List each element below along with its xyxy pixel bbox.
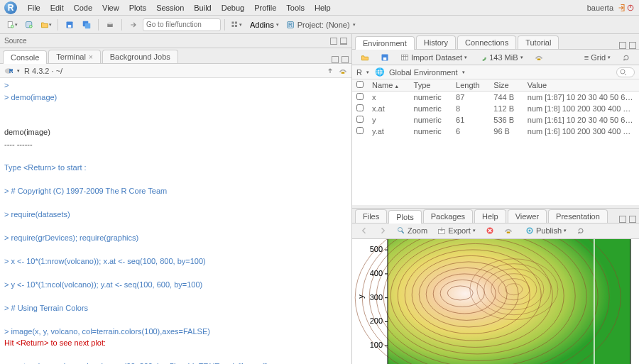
row-checkbox[interactable] [356, 127, 364, 134]
svg-text:R: R [288, 22, 293, 28]
tab-connections[interactable]: Connections [457, 35, 516, 49]
svg-rect-10 [109, 22, 112, 24]
svg-rect-28 [507, 232, 510, 233]
svg-text:200: 200 [370, 316, 383, 325]
menu-help[interactable]: Help [310, 4, 336, 12]
row-checkbox[interactable] [356, 104, 364, 111]
plot-toolbar: Zoom Export ▾ Publish ▾ [352, 224, 639, 239]
goto-button[interactable] [126, 18, 141, 32]
svg-point-30 [528, 230, 530, 232]
tab-console[interactable]: Console [3, 50, 47, 64]
row-checkbox[interactable] [356, 116, 364, 123]
menu-code[interactable]: Code [69, 4, 97, 12]
addins-dropdown[interactable]: Addins▾ [246, 21, 283, 29]
svg-text:400: 400 [370, 269, 383, 277]
tab-files[interactable]: Files [355, 209, 387, 223]
power-icon[interactable] [626, 4, 635, 12]
tab-terminal[interactable]: Terminal× [48, 50, 100, 63]
menu-view[interactable]: View [97, 4, 124, 12]
menu-plots[interactable]: Plots [124, 4, 151, 12]
clear-plots-button[interactable] [501, 226, 516, 236]
menu-build[interactable]: Build [189, 4, 216, 12]
tab-history[interactable]: History [416, 35, 456, 49]
menu-profile[interactable]: Profile [249, 4, 281, 12]
plots-min-icon[interactable] [619, 216, 626, 223]
view-mode-dropdown[interactable]: ≡ Grid ▾ [580, 53, 615, 62]
scope-dropdown[interactable]: Global Environment [389, 68, 458, 77]
project-dropdown[interactable]: R Project: (None)▾ [286, 21, 356, 29]
save-button[interactable] [62, 18, 77, 32]
svg-rect-19 [342, 72, 345, 73]
import-dataset-button[interactable]: Import Dataset ▾ [396, 53, 471, 62]
menu-debug[interactable]: Debug [217, 4, 249, 12]
tab-background-jobs[interactable]: Background Jobs [102, 50, 178, 63]
tab-viewer[interactable]: Viewer [508, 209, 547, 223]
save-workspace-button[interactable] [376, 53, 393, 62]
table-row[interactable]: xnumeric87744 Bnum [1:87] 10 20 30 40 50… [352, 92, 639, 104]
env-table: Name ▲TypeLengthSizeValue xnumeric87744 … [352, 79, 639, 205]
r-scope-label[interactable]: R [356, 68, 362, 77]
env-search-input[interactable] [616, 67, 635, 77]
tab-presentation[interactable]: Presentation [548, 209, 608, 223]
up-arrow-icon[interactable] [326, 67, 334, 75]
table-row[interactable]: y.atnumeric696 Bnum [1:6] 100 200 300 40… [352, 126, 639, 137]
table-row[interactable]: ynumeric61536 Bnum [1:61] 10 20 30 40 50… [352, 114, 639, 126]
close-icon[interactable]: × [89, 53, 93, 61]
svg-rect-12 [235, 21, 237, 23]
goto-input[interactable] [143, 18, 221, 31]
env-max-icon[interactable] [629, 42, 636, 49]
tab-environment[interactable]: Environment [355, 36, 415, 50]
menu-edit[interactable]: Edit [45, 4, 69, 12]
tab-help[interactable]: Help [474, 209, 506, 223]
env-toolbar: Import Dataset ▾ 143 MiB ▾ ≡ Grid ▾ [352, 50, 639, 65]
menu-tools[interactable]: Tools [281, 4, 310, 12]
remove-plot-button[interactable] [482, 226, 498, 236]
col-name[interactable]: Name ▲ [368, 79, 410, 92]
col-type[interactable]: Type [410, 79, 452, 92]
new-file-button[interactable]: ▾ [4, 18, 20, 32]
col-length[interactable]: Length [452, 79, 489, 92]
env-min-icon[interactable] [619, 42, 626, 49]
tab-plots[interactable]: Plots [388, 210, 421, 224]
menu-file[interactable]: File [23, 4, 45, 12]
clear-console-icon[interactable] [339, 67, 347, 75]
volcano-chart: Maunga Whau Volcano100200300400500600700… [354, 239, 638, 365]
grid-icon[interactable]: ▾ [229, 18, 244, 32]
print-button[interactable] [102, 18, 118, 32]
new-project-button[interactable] [21, 18, 37, 32]
clear-env-button[interactable] [530, 53, 547, 62]
maximize-icon[interactable] [340, 38, 347, 45]
memory-indicator[interactable]: 143 MiB ▾ [474, 53, 527, 62]
console-output[interactable]: > > demo(image) demo(image) ---- ------ … [0, 78, 351, 364]
save-all-button[interactable] [79, 18, 94, 32]
sign-out-icon[interactable] [618, 4, 626, 12]
zoom-button[interactable]: Zoom [393, 226, 431, 236]
open-file-button[interactable]: ▾ [38, 18, 54, 32]
plot-canvas: Maunga Whau Volcano100200300400500600700… [352, 239, 639, 365]
svg-rect-11 [232, 21, 234, 23]
r-lang-icon: R [4, 67, 13, 75]
minimize-icon[interactable] [330, 38, 337, 45]
svg-rect-13 [232, 25, 234, 27]
console-max-icon[interactable] [342, 56, 349, 63]
select-all-checkbox[interactable] [356, 81, 364, 88]
col-value[interactable]: Value [523, 79, 639, 92]
svg-text:500: 500 [370, 245, 383, 253]
refresh-plot-button[interactable] [573, 226, 589, 236]
console-subtoolbar: R ▾ R 4.3.2 · ~/ [0, 64, 351, 78]
plot-prev-button[interactable] [356, 226, 372, 236]
plot-next-button[interactable] [375, 226, 390, 236]
menu-session[interactable]: Session [151, 4, 189, 12]
tab-packages[interactable]: Packages [423, 209, 473, 223]
tab-tutorial[interactable]: Tutorial [518, 35, 559, 49]
row-checkbox[interactable] [356, 93, 364, 100]
publish-button[interactable]: Publish ▾ [522, 226, 570, 236]
table-row[interactable]: x.atnumeric8112 Bnum [1:8] 100 200 300 4… [352, 103, 639, 114]
col-size[interactable]: Size [489, 79, 523, 92]
export-button[interactable]: Export ▾ [434, 226, 479, 236]
load-workspace-button[interactable] [356, 53, 373, 62]
refresh-env-button[interactable] [618, 53, 635, 62]
svg-text:y: y [356, 294, 365, 299]
plots-max-icon[interactable] [629, 216, 636, 223]
console-min-icon[interactable] [332, 56, 339, 63]
